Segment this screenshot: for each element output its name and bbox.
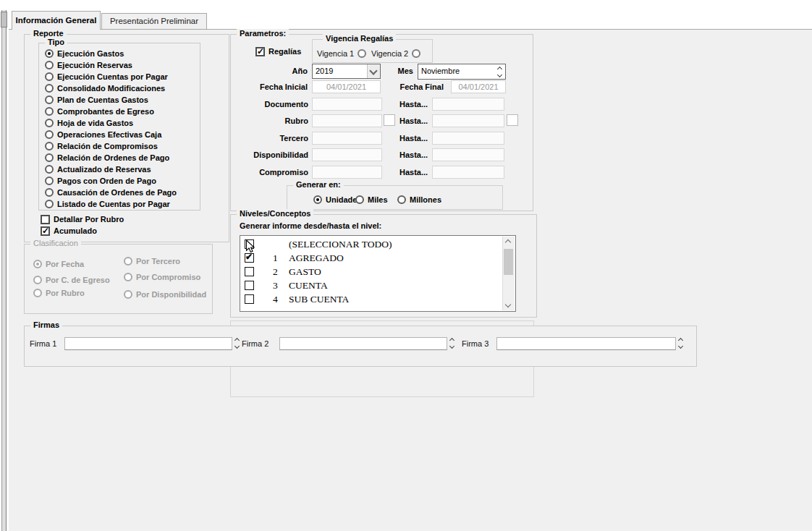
anio-select[interactable]: 2019: [312, 64, 381, 79]
radio-icon: [45, 142, 54, 150]
list-item-agregado[interactable]: 1 AGREGADO: [240, 252, 502, 266]
groupbox-tipo: Tipo Ejecución Gastos Ejecución Reservas…: [38, 43, 200, 211]
radio-miles[interactable]: Miles: [355, 195, 388, 205]
tipo-option-comprobantes-de-egreso[interactable]: Comprobantes de Egreso: [45, 106, 154, 116]
radio-icon: [412, 49, 420, 58]
radio-icon: [45, 165, 54, 174]
label-firma-1: Firma 1: [30, 339, 56, 348]
tipo-option-consolidado-modificaciones[interactable]: Consolidado Modificaciones: [45, 83, 165, 93]
scrollbar-thumb[interactable]: [504, 249, 513, 275]
documento-input[interactable]: [312, 98, 382, 111]
documento-hasta-input[interactable]: [432, 98, 504, 111]
tercero-hasta-input[interactable]: [432, 132, 504, 145]
tipo-option-listado-de-cuentas-por-pagar[interactable]: Listado de Cuentas por Pagar: [45, 199, 170, 209]
tipo-option-ejecucion-gastos[interactable]: Ejecución Gastos: [45, 48, 124, 59]
label-fecha-final: Fecha Final: [383, 82, 444, 91]
radio-disabled-icon: [33, 289, 42, 297]
checkbox-regalias[interactable]: Regalías: [255, 46, 301, 56]
groupbox-vigencia-regalias: Vigencia Regalías Vigencia 1 Vigencia 2: [312, 39, 433, 63]
anio-value: 2019: [313, 64, 367, 78]
checkbox-checked-icon: [245, 253, 254, 263]
firma-3-input[interactable]: [496, 337, 676, 350]
fecha-inicial-field[interactable]: 04/01/2021: [312, 80, 381, 93]
radio-vigencia-2[interactable]: Vigencia 2: [371, 48, 420, 59]
groupbox-clasificacion-title: Clasificacion: [30, 239, 81, 247]
compromiso-hasta-input[interactable]: [432, 166, 504, 179]
fecha-final-field[interactable]: 04/01/2021: [451, 80, 506, 93]
label-firma-2: Firma 2: [242, 339, 268, 348]
tab-informacion-general[interactable]: Información General: [12, 11, 101, 30]
groupbox-generar-en-title: Generar en:: [293, 180, 344, 189]
firma-1-spinner[interactable]: [235, 339, 239, 348]
rubro-input[interactable]: [312, 114, 382, 127]
list-item-gasto[interactable]: 2 GASTO: [240, 266, 502, 279]
chevron-up-icon: [234, 338, 240, 343]
chevron-down-icon: [234, 344, 240, 349]
radio-vigencia-1[interactable]: Vigencia 1: [317, 48, 366, 59]
radio-icon: [45, 177, 54, 185]
label-hasta-rubro: Hasta...: [399, 116, 428, 125]
rubro-lookup-box[interactable]: [384, 114, 395, 126]
checkbox-checked-icon: [255, 47, 265, 56]
groupbox-parametros: Parametros: Regalías Vigencia Regalías V…: [230, 34, 533, 211]
tipo-option-relacion-de-ordenes-de-pago[interactable]: Relación de Ordenes de Pago: [45, 153, 169, 163]
tipo-option-ejecucion-cuentas-por-pagar[interactable]: Ejecución Cuentas por Pagar: [45, 72, 168, 82]
groupbox-tipo-title: Tipo: [45, 38, 67, 46]
checkbox-icon: [245, 281, 254, 290]
mes-value: Noviembre: [418, 64, 505, 79]
tipo-option-plan-de-cuentas-gastos[interactable]: Plan de Cuentas Gastos: [45, 95, 148, 105]
firma-1-input[interactable]: [64, 337, 232, 350]
tipo-option-actualizado-de-reservas[interactable]: Actualizado de Reservas: [45, 164, 151, 174]
scroll-up-icon[interactable]: [505, 239, 511, 245]
checkbox-acumulado[interactable]: Acumulado: [41, 226, 97, 236]
radio-icon: [45, 49, 54, 58]
tipo-option-relacion-de-compromisos[interactable]: Relación de Compromisos: [45, 141, 158, 151]
tab-presentacion-preliminar[interactable]: Presentación Preliminar: [101, 13, 207, 29]
list-item-sub-cuenta[interactable]: 4 SUB CUENTA: [240, 293, 502, 307]
chevron-up-icon: [497, 67, 502, 72]
radio-icon: [358, 49, 366, 58]
groupbox-vigencia-title: Vigencia Regalías: [323, 34, 396, 43]
radio-icon: [45, 72, 54, 81]
radio-millones[interactable]: Millones: [397, 195, 441, 205]
groupbox-generar-en: Generar en: Unidades Miles Millones: [287, 185, 503, 210]
clasificacion-option-por-fecha: Por Fecha: [33, 259, 84, 269]
checkbox-detallar-por-rubro[interactable]: Detallar Por Rubro: [41, 214, 124, 224]
niveles-subtitle: Generar informe desde/hasta el nivel:: [240, 221, 381, 230]
rubro-hasta-lookup-box[interactable]: [507, 114, 518, 126]
firma-3-spinner[interactable]: [679, 339, 682, 348]
groupbox-clasificacion: Clasificacion Por Fecha Por C. de Egreso…: [24, 244, 213, 314]
groupbox-reporte-title: Reporte: [30, 29, 67, 38]
mouse-pointer-icon: [245, 239, 255, 254]
chevron-up-icon: [449, 338, 454, 343]
chevron-down-icon: [369, 67, 377, 75]
firma-2-input[interactable]: [279, 337, 447, 350]
radio-icon: [45, 200, 54, 208]
disponibilidad-hasta-input[interactable]: [432, 148, 504, 161]
tipo-option-hoja-de-vida-gastos[interactable]: Hoja de vida Gastos: [45, 118, 133, 128]
tipo-option-pagos-con-orden-de-pago[interactable]: Pagos con Orden de Pago: [45, 176, 156, 186]
list-item-cuenta[interactable]: 3 CUENTA: [240, 279, 502, 293]
clasificacion-option-por-c-de-egreso: Por C. de Egreso: [33, 275, 110, 285]
mes-spinner[interactable]: Noviembre: [418, 64, 506, 80]
rubro-hasta-input[interactable]: [432, 114, 504, 127]
spinner-arrows-icon[interactable]: [498, 67, 502, 77]
radio-icon: [45, 84, 54, 93]
radio-unidades[interactable]: Unidades: [313, 195, 362, 205]
niveles-listbox[interactable]: (SELECCIONAR TODO) 1 AGREGADO 2 GASTO 3 …: [240, 235, 516, 312]
checkbox-icon: [245, 294, 254, 304]
tipo-option-causacion-de-ordenes-de-pago[interactable]: Causación de Ordenes de Pago: [45, 187, 177, 197]
listbox-scrollbar[interactable]: [502, 237, 515, 310]
compromiso-input[interactable]: [312, 166, 382, 179]
groupbox-niveles-title: Niveles/Conceptos: [237, 209, 313, 218]
groupbox-firmas: Firmas Firma 1 Firma 2 Firma 3: [24, 326, 697, 367]
chevron-up-icon: [678, 338, 683, 343]
tipo-option-operaciones-efectivas-caja[interactable]: Operaciones Efectivas Caja: [45, 129, 161, 140]
tercero-input[interactable]: [312, 132, 382, 145]
label-hasta-documento: Hasta...: [399, 100, 428, 109]
scroll-down-icon[interactable]: [505, 302, 511, 307]
list-item-seleccionar-todo[interactable]: (SELECCIONAR TODO): [240, 238, 502, 252]
tipo-option-ejecucion-reservas[interactable]: Ejecución Reservas: [45, 60, 132, 70]
firma-2-spinner[interactable]: [450, 339, 454, 348]
disponibilidad-input[interactable]: [312, 148, 382, 161]
